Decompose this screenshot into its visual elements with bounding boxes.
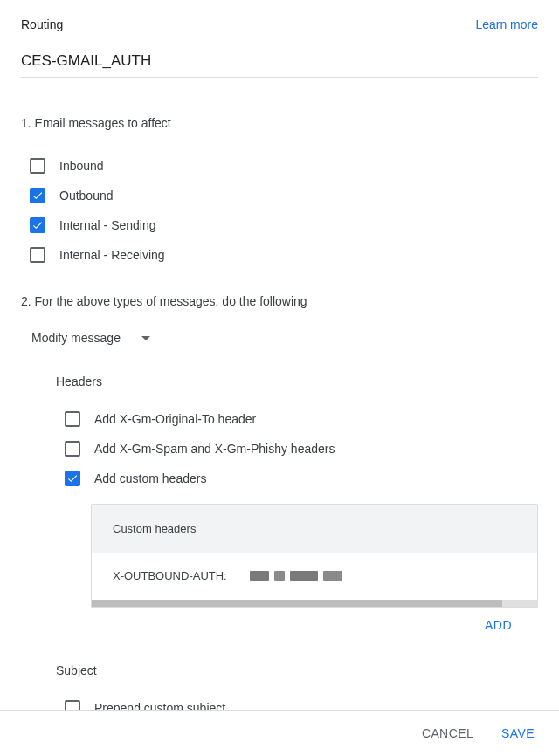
add-header-button[interactable]: ADD — [485, 618, 512, 632]
checkbox-original-to[interactable] — [65, 411, 80, 427]
checkbox-row-internal-receiving[interactable]: Internal - Receiving — [21, 240, 538, 270]
rule-name-input[interactable] — [21, 47, 538, 78]
checkbox-row-prepend-subject[interactable]: Prepend custom subject — [21, 693, 538, 710]
checkbox-label: Inbound — [59, 159, 104, 173]
checkbox-spam-phishy[interactable] — [65, 441, 80, 457]
save-button[interactable]: SAVE — [498, 719, 538, 747]
checkbox-label: Add X-Gm-Original-To header — [94, 412, 256, 426]
headers-section-label: Headers — [56, 375, 538, 388]
cancel-button[interactable]: CANCEL — [418, 719, 477, 747]
checkbox-label: Add custom headers — [94, 471, 206, 485]
checkbox-label: Prepend custom subject — [94, 701, 225, 710]
redacted-value — [323, 571, 342, 581]
checkbox-outbound[interactable] — [30, 188, 45, 203]
checkbox-custom-headers[interactable] — [65, 471, 80, 486]
action-dropdown[interactable]: Modify message — [21, 324, 538, 352]
checkbox-prepend-subject[interactable] — [65, 700, 80, 710]
checkbox-inbound[interactable] — [30, 158, 45, 174]
checkbox-row-internal-sending[interactable]: Internal - Sending — [21, 210, 538, 240]
section-2-title: 2. For the above types of messages, do t… — [21, 294, 538, 308]
action-dropdown-label: Modify message — [31, 331, 121, 345]
dialog-title: Routing — [21, 17, 63, 31]
checkbox-row-custom-headers[interactable]: Add custom headers — [21, 464, 538, 493]
subject-section-label: Subject — [56, 663, 538, 677]
dialog-scroll-area[interactable]: Routing Learn more 1. Email messages to … — [0, 0, 559, 710]
learn-more-link[interactable]: Learn more — [475, 17, 538, 31]
custom-header-key: X-OUTBOUND-AUTH: — [113, 569, 227, 582]
add-header-row: ADD — [21, 608, 538, 632]
checkbox-row-spam-phishy[interactable]: Add X-Gm-Spam and X-Gm-Phishy headers — [21, 434, 538, 464]
section-1-title: 1. Email messages to affect — [21, 116, 538, 130]
redacted-value — [290, 571, 318, 581]
checkbox-label: Add X-Gm-Spam and X-Gm-Phishy headers — [94, 442, 335, 456]
chevron-down-icon — [141, 336, 150, 340]
custom-headers-panel: Custom headers X-OUTBOUND-AUTH: — [91, 504, 538, 608]
redacted-value — [274, 571, 285, 581]
redacted-value — [250, 571, 269, 581]
checkbox-label: Internal - Sending — [59, 218, 156, 232]
checkbox-row-inbound[interactable]: Inbound — [21, 151, 538, 181]
checkbox-row-outbound[interactable]: Outbound — [21, 181, 538, 210]
checkbox-label: Outbound — [59, 189, 114, 203]
checkbox-internal-sending[interactable] — [30, 217, 45, 233]
custom-header-entry[interactable]: X-OUTBOUND-AUTH: — [92, 553, 537, 600]
checkbox-label: Internal - Receiving — [59, 248, 165, 262]
checkbox-internal-receiving[interactable] — [30, 247, 45, 263]
dialog-header: Routing Learn more — [21, 17, 538, 31]
custom-headers-title: Custom headers — [92, 505, 537, 553]
dialog-footer: CANCEL SAVE — [0, 710, 559, 756]
horizontal-scrollbar[interactable] — [92, 600, 537, 607]
checkbox-row-original-to[interactable]: Add X-Gm-Original-To header — [21, 404, 538, 434]
